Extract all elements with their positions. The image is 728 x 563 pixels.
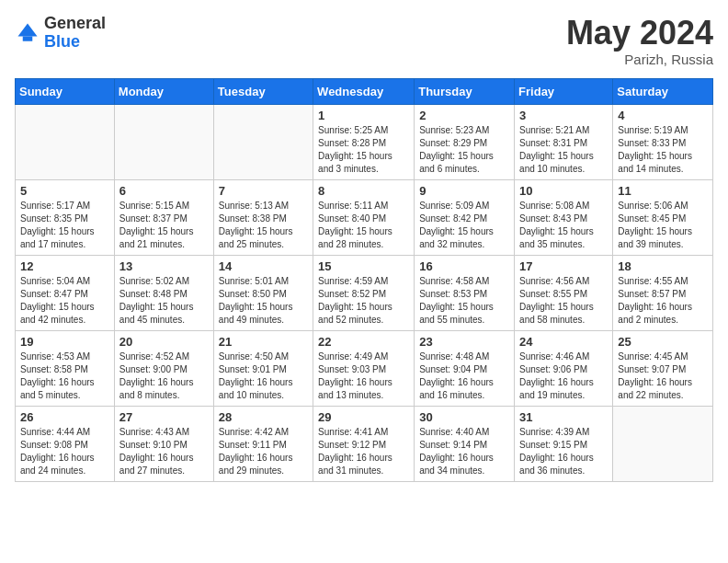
day-info: Sunrise: 4:53 AM Sunset: 8:58 PM Dayligh… (20, 350, 109, 402)
calendar-cell: 5Sunrise: 5:17 AM Sunset: 8:35 PM Daylig… (16, 179, 115, 255)
day-info: Sunrise: 5:17 AM Sunset: 8:35 PM Dayligh… (20, 200, 109, 251)
calendar-cell (213, 104, 313, 179)
day-number: 30 (419, 410, 509, 424)
calendar-cell: 25Sunrise: 4:45 AM Sunset: 9:07 PM Dayli… (613, 330, 713, 406)
day-number: 7 (219, 184, 308, 198)
calendar-cell: 19Sunrise: 4:53 AM Sunset: 8:58 PM Dayli… (16, 330, 115, 406)
day-number: 15 (318, 259, 409, 273)
calendar-week-row: 12Sunrise: 5:04 AM Sunset: 8:47 PM Dayli… (16, 255, 713, 330)
calendar-cell: 10Sunrise: 5:08 AM Sunset: 8:43 PM Dayli… (515, 179, 613, 255)
calendar-cell: 23Sunrise: 4:48 AM Sunset: 9:04 PM Dayli… (415, 330, 515, 406)
day-header-monday: Monday (114, 78, 213, 104)
day-number: 24 (519, 335, 608, 349)
day-header-friday: Friday (515, 78, 613, 104)
calendar-cell: 2Sunrise: 5:23 AM Sunset: 8:29 PM Daylig… (415, 104, 515, 179)
day-info: Sunrise: 4:45 AM Sunset: 9:07 PM Dayligh… (618, 350, 708, 402)
day-number: 11 (618, 184, 708, 198)
day-header-tuesday: Tuesday (213, 78, 313, 104)
logo: General Blue (15, 15, 106, 52)
logo-icon (15, 20, 40, 46)
day-header-thursday: Thursday (415, 78, 515, 104)
svg-rect-1 (23, 36, 33, 40)
day-number: 31 (519, 410, 608, 424)
calendar-cell: 31Sunrise: 4:39 AM Sunset: 9:15 PM Dayli… (515, 406, 613, 481)
day-number: 20 (119, 335, 209, 349)
day-number: 2 (419, 109, 509, 122)
day-info: Sunrise: 4:46 AM Sunset: 9:06 PM Dayligh… (519, 350, 608, 402)
day-info: Sunrise: 4:40 AM Sunset: 9:14 PM Dayligh… (419, 426, 509, 477)
day-info: Sunrise: 4:44 AM Sunset: 9:08 PM Dayligh… (20, 426, 109, 477)
calendar-week-row: 1Sunrise: 5:25 AM Sunset: 8:28 PM Daylig… (16, 104, 713, 179)
day-info: Sunrise: 5:09 AM Sunset: 8:42 PM Dayligh… (419, 200, 509, 251)
calendar-cell (16, 104, 115, 179)
calendar-cell (114, 104, 213, 179)
calendar-cell: 11Sunrise: 5:06 AM Sunset: 8:45 PM Dayli… (613, 179, 713, 255)
day-number: 23 (419, 335, 509, 349)
location: Parizh, Russia (566, 52, 713, 67)
day-header-saturday: Saturday (613, 78, 713, 104)
day-number: 9 (419, 184, 509, 198)
day-info: Sunrise: 5:13 AM Sunset: 8:38 PM Dayligh… (219, 200, 308, 251)
day-info: Sunrise: 4:39 AM Sunset: 9:15 PM Dayligh… (519, 426, 608, 477)
day-number: 14 (219, 259, 308, 273)
day-info: Sunrise: 4:58 AM Sunset: 8:53 PM Dayligh… (419, 275, 509, 327)
day-info: Sunrise: 4:43 AM Sunset: 9:10 PM Dayligh… (119, 426, 209, 477)
calendar-cell: 18Sunrise: 4:55 AM Sunset: 8:57 PM Dayli… (613, 255, 713, 330)
calendar-cell: 16Sunrise: 4:58 AM Sunset: 8:53 PM Dayli… (415, 255, 515, 330)
calendar-week-row: 19Sunrise: 4:53 AM Sunset: 8:58 PM Dayli… (16, 330, 713, 406)
calendar-cell: 17Sunrise: 4:56 AM Sunset: 8:55 PM Dayli… (515, 255, 613, 330)
calendar-cell: 20Sunrise: 4:52 AM Sunset: 9:00 PM Dayli… (114, 330, 213, 406)
calendar-cell: 27Sunrise: 4:43 AM Sunset: 9:10 PM Dayli… (114, 406, 213, 481)
month-year: May 2024 (566, 15, 713, 52)
title-block: May 2024 Parizh, Russia (566, 15, 713, 67)
day-info: Sunrise: 4:55 AM Sunset: 8:57 PM Dayligh… (618, 275, 708, 327)
calendar-cell: 13Sunrise: 5:02 AM Sunset: 8:48 PM Dayli… (114, 255, 213, 330)
calendar-cell: 15Sunrise: 4:59 AM Sunset: 8:52 PM Dayli… (313, 255, 415, 330)
day-info: Sunrise: 5:23 AM Sunset: 8:29 PM Dayligh… (419, 124, 509, 176)
day-info: Sunrise: 5:11 AM Sunset: 8:40 PM Dayligh… (318, 200, 409, 251)
day-info: Sunrise: 5:06 AM Sunset: 8:45 PM Dayligh… (618, 200, 708, 251)
calendar-week-row: 5Sunrise: 5:17 AM Sunset: 8:35 PM Daylig… (16, 179, 713, 255)
calendar-cell: 24Sunrise: 4:46 AM Sunset: 9:06 PM Dayli… (515, 330, 613, 406)
day-info: Sunrise: 5:15 AM Sunset: 8:37 PM Dayligh… (119, 200, 209, 251)
calendar-cell: 3Sunrise: 5:21 AM Sunset: 8:31 PM Daylig… (515, 104, 613, 179)
day-number: 27 (119, 410, 209, 424)
day-number: 18 (618, 259, 708, 273)
day-info: Sunrise: 5:21 AM Sunset: 8:31 PM Dayligh… (519, 124, 608, 176)
calendar-cell: 14Sunrise: 5:01 AM Sunset: 8:50 PM Dayli… (213, 255, 313, 330)
calendar-cell: 8Sunrise: 5:11 AM Sunset: 8:40 PM Daylig… (313, 179, 415, 255)
day-number: 4 (618, 109, 708, 122)
day-number: 19 (20, 335, 109, 349)
day-header-sunday: Sunday (16, 78, 115, 104)
calendar-cell: 30Sunrise: 4:40 AM Sunset: 9:14 PM Dayli… (415, 406, 515, 481)
day-number: 13 (119, 259, 209, 273)
calendar-cell: 21Sunrise: 4:50 AM Sunset: 9:01 PM Dayli… (213, 330, 313, 406)
day-number: 5 (20, 184, 109, 198)
calendar-cell: 4Sunrise: 5:19 AM Sunset: 8:33 PM Daylig… (613, 104, 713, 179)
day-info: Sunrise: 4:59 AM Sunset: 8:52 PM Dayligh… (318, 275, 409, 327)
calendar-cell: 12Sunrise: 5:04 AM Sunset: 8:47 PM Dayli… (16, 255, 115, 330)
day-number: 16 (419, 259, 509, 273)
day-number: 12 (20, 259, 109, 273)
day-info: Sunrise: 4:56 AM Sunset: 8:55 PM Dayligh… (519, 275, 608, 327)
day-info: Sunrise: 4:42 AM Sunset: 9:11 PM Dayligh… (219, 426, 308, 477)
calendar-cell: 7Sunrise: 5:13 AM Sunset: 8:38 PM Daylig… (213, 179, 313, 255)
day-info: Sunrise: 4:41 AM Sunset: 9:12 PM Dayligh… (318, 426, 409, 477)
day-number: 29 (318, 410, 409, 424)
calendar-cell: 9Sunrise: 5:09 AM Sunset: 8:42 PM Daylig… (415, 179, 515, 255)
day-info: Sunrise: 5:08 AM Sunset: 8:43 PM Dayligh… (519, 200, 608, 251)
day-info: Sunrise: 5:19 AM Sunset: 8:33 PM Dayligh… (618, 124, 708, 176)
day-info: Sunrise: 5:25 AM Sunset: 8:28 PM Dayligh… (318, 124, 409, 176)
day-number: 28 (219, 410, 308, 424)
calendar-cell: 1Sunrise: 5:25 AM Sunset: 8:28 PM Daylig… (313, 104, 415, 179)
day-info: Sunrise: 4:50 AM Sunset: 9:01 PM Dayligh… (219, 350, 308, 402)
calendar-body: 1Sunrise: 5:25 AM Sunset: 8:28 PM Daylig… (16, 104, 713, 481)
calendar-cell: 29Sunrise: 4:41 AM Sunset: 9:12 PM Dayli… (313, 406, 415, 481)
calendar-cell: 26Sunrise: 4:44 AM Sunset: 9:08 PM Dayli… (16, 406, 115, 481)
day-info: Sunrise: 5:01 AM Sunset: 8:50 PM Dayligh… (219, 275, 308, 327)
day-number: 8 (318, 184, 409, 198)
day-number: 26 (20, 410, 109, 424)
day-number: 3 (519, 109, 608, 122)
calendar-cell (613, 406, 713, 481)
calendar-header-row: SundayMondayTuesdayWednesdayThursdayFrid… (16, 78, 713, 104)
